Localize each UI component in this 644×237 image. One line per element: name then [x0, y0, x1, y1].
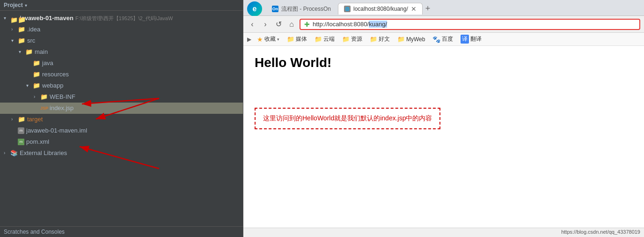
tree-label-main: main — [35, 47, 48, 57]
folder-icon-articles: 📁 — [370, 36, 377, 43]
baidu-icon: 🐾 — [432, 36, 440, 43]
translate-icon: 译 — [461, 35, 469, 44]
bookmark-cloud-label: 云端 — [323, 35, 335, 43]
folder-icon-src: 📁 — [18, 36, 25, 45]
bookmark-baidu[interactable]: 🐾 百度 — [431, 34, 455, 44]
bookmark-myweb-label: MyWeb — [406, 36, 425, 43]
folder-icon-java: 📁 — [33, 59, 40, 68]
bookmark-myweb[interactable]: 📁 MyWeb — [395, 35, 427, 44]
spacer — [11, 126, 17, 135]
tab-close-button[interactable]: ✕ — [411, 5, 417, 13]
tree-item-idea[interactable]: › 📁 .idea — [0, 24, 243, 35]
tree-label-index-jsp: index.jsp — [50, 104, 73, 113]
bookmark-media[interactable]: 📁 媒体 — [285, 34, 309, 44]
tree-label-webapp: webapp — [42, 81, 64, 90]
folder-icon-ext-libs: 📚 — [10, 148, 18, 158]
tree-item-java[interactable]: 📁 java — [0, 58, 243, 69]
tree-path-javaweb-01-maven: F:\班级管理\西开【19525】\2_代码\JavaW — [75, 14, 173, 23]
tree-label-target: target — [27, 115, 43, 124]
refresh-button[interactable]: ↺ — [273, 19, 284, 30]
annotation-box: 这里访问到的HelloWorld就是我们默认的index.jsp中的内容 — [255, 108, 440, 129]
folder-icon-media: 📁 — [287, 36, 294, 43]
tree-label-resources: resources — [42, 70, 69, 79]
project-header[interactable]: Project ▾ — [0, 0, 243, 11]
tree-item-javaweb-01-maven[interactable]: ▾ 📁 javaweb-01-maven F:\班级管理\西开【19525】\2… — [0, 13, 243, 24]
spacer — [34, 104, 39, 113]
bookmark-translate-label: 翻译 — [470, 35, 482, 43]
ide-file-tree-panel: Project ▾ ▾ 📁 javaweb-01-maven F:\班级管理\西… — [0, 0, 243, 237]
tree-item-web-inf[interactable]: › 📁 WEB-INF — [0, 91, 243, 103]
bookmark-cloud[interactable]: 📁 云端 — [313, 34, 337, 44]
dropdown-arrow-icon: ▾ — [277, 37, 279, 42]
browser-logo: e — [247, 1, 262, 16]
jsp-icon: JSP — [40, 104, 48, 113]
bookmark-media-label: 媒体 — [296, 35, 307, 43]
project-dropdown-arrow[interactable]: ▾ — [25, 3, 27, 8]
tree-label-idea: .idea — [27, 25, 40, 34]
security-icon: ✚ — [304, 21, 310, 28]
iml-icon: m — [18, 127, 24, 134]
folder-icon: 📁 — [10, 15, 18, 22]
tree-item-main[interactable]: ▾ 📁 main — [0, 46, 243, 58]
browser-toolbar: ‹ › ↺ ⌂ ✚ http://localhost:8080/kuang/ — [243, 16, 644, 33]
folder-icon-resources: 📁 — [33, 70, 40, 79]
tree-item-webapp[interactable]: ▾ 📁 webapp — [0, 80, 243, 91]
tree-item-src[interactable]: ▾ 📁 src — [0, 35, 243, 46]
annotation-text: 这里访问到的HelloWorld就是我们默认的index.jsp中的内容 — [263, 114, 432, 122]
bookmark-resources[interactable]: 📁 资源 — [340, 34, 364, 44]
browser-panel: e On 流程图 - ProcessOn 🌐 localhost:8080/ku… — [243, 0, 644, 237]
tab-label-localhost: localhost:8080/kuang/ — [353, 6, 408, 12]
folder-icon-myweb: 📁 — [397, 36, 405, 43]
bookmark-baidu-label: 百度 — [442, 35, 453, 43]
bookmarks-bar: ▶ ★ 收藏 ▾ 📁 媒体 📁 云端 📁 资源 📁 好文 📁 MyWeb 🐾 — [243, 33, 644, 46]
spacer — [26, 70, 32, 79]
new-tab-button[interactable]: + — [425, 4, 431, 14]
status-url: https://blog.csdn.net/qq_43378019 — [561, 229, 640, 235]
back-button[interactable]: ‹ — [247, 19, 257, 30]
tree-item-target[interactable]: › 📁 target — [0, 114, 243, 125]
tree-label-src: src — [27, 36, 35, 45]
chevron-icon: ▾ — [11, 36, 17, 45]
chevron-icon: ▾ — [19, 47, 24, 57]
home-button[interactable]: ⌂ — [286, 19, 297, 30]
tree-label-web-inf: WEB-INF — [50, 92, 75, 102]
address-highlight: kuang/ — [369, 21, 387, 28]
chevron-icon: › — [11, 115, 17, 124]
tree-item-index-jsp[interactable]: JSP index.jsp — [0, 103, 243, 114]
tab-label-processon: 流程图 - ProcessOn — [281, 5, 331, 13]
tree-item-iml[interactable]: m javaweb-01-maven.iml — [0, 125, 243, 136]
folder-icon-cloud: 📁 — [315, 36, 322, 43]
tab-localhost[interactable]: 🌐 localhost:8080/kuang/ ✕ — [338, 3, 423, 15]
hello-world-heading: Hello World! — [255, 55, 633, 70]
project-header-title: Project — [4, 2, 23, 8]
bookmark-favorites[interactable]: ★ 收藏 ▾ — [255, 34, 281, 44]
spacer — [26, 59, 32, 68]
folder-icon-main: 📁 — [25, 47, 33, 57]
star-icon: ★ — [257, 36, 263, 43]
tree-item-resources[interactable]: 📁 resources — [0, 69, 243, 80]
address-bar[interactable]: ✚ http://localhost:8080/kuang/ — [300, 19, 640, 30]
tree-label-external-libraries: External Libraries — [20, 148, 67, 158]
bookmark-articles-label: 好文 — [379, 35, 390, 43]
bookmark-good-articles[interactable]: 📁 好文 — [368, 34, 392, 44]
browser-status-bar: https://blog.csdn.net/qq_43378019 — [243, 228, 644, 237]
bookmark-resources-label: 资源 — [351, 35, 362, 43]
scratches-consoles-bar[interactable]: Scratches and Consoles — [0, 226, 243, 237]
tree-label-pom-xml: pom.xml — [26, 137, 49, 147]
forward-button[interactable]: › — [260, 19, 271, 30]
bookmark-favorites-label: 收藏 — [264, 35, 276, 43]
bookmarks-nav-icon: ▶ — [247, 36, 251, 43]
folder-icon-resources-bm: 📁 — [342, 36, 350, 43]
xml-icon: m — [18, 139, 24, 145]
tree-label-java: java — [42, 59, 53, 68]
tree-item-external-libraries[interactable]: › 📚 External Libraries — [0, 148, 243, 159]
browser-tabs-bar: e On 流程图 - ProcessOn 🌐 localhost:8080/ku… — [243, 0, 644, 16]
address-text: http://localhost:8080/kuang/ — [313, 21, 387, 28]
tree-label-iml: javaweb-01-maven.iml — [26, 126, 87, 135]
bookmark-translate[interactable]: 译 翻译 — [459, 34, 483, 44]
folder-icon-target: 📁 — [18, 115, 25, 124]
chevron-icon: › — [34, 92, 39, 102]
tab-processon[interactable]: On 流程图 - ProcessOn — [266, 3, 337, 15]
chevron-icon: › — [4, 148, 9, 158]
tree-item-pom-xml[interactable]: m pom.xml — [0, 136, 243, 148]
